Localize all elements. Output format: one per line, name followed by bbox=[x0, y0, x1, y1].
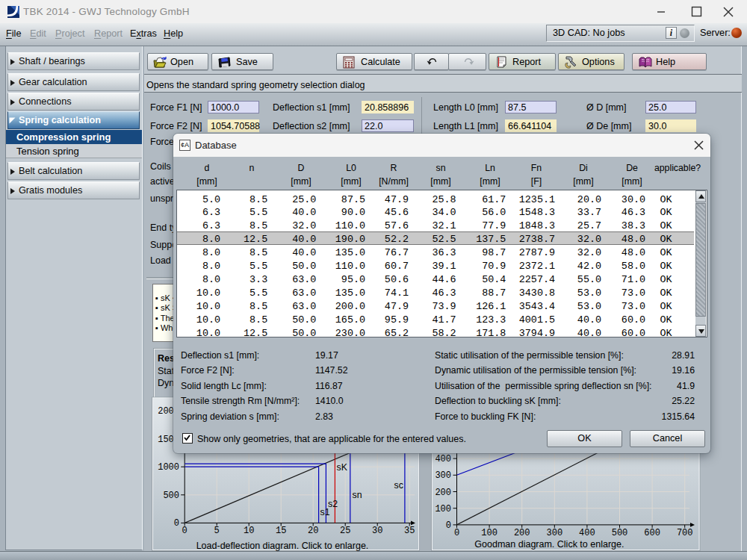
svg-text:15: 15 bbox=[276, 526, 286, 536]
svg-text:700: 700 bbox=[677, 528, 693, 538]
svg-text:200: 200 bbox=[514, 528, 530, 538]
svg-text:sK: sK bbox=[337, 462, 348, 473]
svg-text:Load-deflection diagram. Click: Load-deflection diagram. Click to enlarg… bbox=[196, 541, 369, 551]
svg-text:5: 5 bbox=[214, 526, 220, 536]
svg-text:0: 0 bbox=[182, 526, 187, 536]
svg-text:600: 600 bbox=[644, 528, 660, 538]
svg-text:s2: s2 bbox=[328, 499, 338, 509]
svg-text:100: 100 bbox=[435, 504, 451, 514]
svg-text:20: 20 bbox=[308, 526, 318, 536]
svg-text:sc: sc bbox=[394, 480, 403, 491]
svg-text:400: 400 bbox=[579, 528, 595, 538]
svg-text:35: 35 bbox=[404, 526, 415, 536]
svg-text:500: 500 bbox=[612, 528, 628, 538]
svg-text:100: 100 bbox=[481, 528, 498, 538]
svg-text:25: 25 bbox=[340, 526, 350, 536]
svg-text:500: 500 bbox=[163, 491, 179, 501]
svg-text:10: 10 bbox=[244, 526, 254, 536]
svg-text:300: 300 bbox=[435, 470, 451, 481]
svg-text:0: 0 bbox=[454, 528, 459, 538]
svg-text:sn: sn bbox=[353, 490, 362, 500]
svg-text:Goodman diagram. Click to enla: Goodman diagram. Click to enlarge. bbox=[474, 539, 624, 550]
svg-text:0: 0 bbox=[446, 520, 451, 531]
svg-text:300: 300 bbox=[546, 528, 562, 538]
svg-text:30: 30 bbox=[372, 526, 382, 536]
svg-text:400: 400 bbox=[435, 454, 451, 464]
svg-text:0: 0 bbox=[174, 518, 179, 529]
svg-text:1000: 1000 bbox=[158, 462, 179, 473]
svg-text:200: 200 bbox=[435, 488, 451, 498]
